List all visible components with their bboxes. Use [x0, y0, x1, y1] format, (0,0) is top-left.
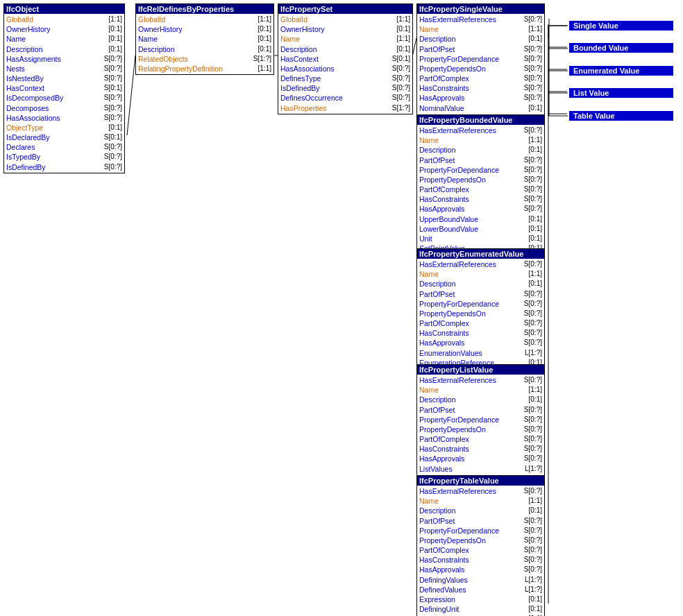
attr-cardinality: S[0:?]	[524, 204, 542, 214]
attr-cardinality: [0:1]	[258, 34, 271, 44]
attr-cardinality: S[0:?]	[392, 64, 410, 74]
attr-name: HasExternalReferences	[419, 15, 496, 24]
attr-name: HasProperties	[280, 103, 327, 113]
attr-cardinality: S[0:?]	[524, 425, 542, 434]
attr-name: HasApprovals	[419, 93, 464, 103]
attr-cardinality: S[0:1]	[104, 132, 122, 142]
table-row: PartOfPsetS[0:?]	[419, 289, 542, 299]
table-row: ObjectType[0:1]	[6, 123, 122, 132]
table-row: ListValuesL[1:?]	[419, 464, 542, 474]
uml-header-ifcObject: IfcObject	[4, 4, 124, 14]
attr-name: PropertyForDependance	[419, 415, 499, 425]
attr-name: HasExternalReferences	[419, 486, 496, 496]
table-row: PartOfComplexS[0:?]	[419, 545, 542, 555]
attr-name: PropertyDependsOn	[419, 536, 486, 545]
attr-cardinality: S[0:?]	[524, 375, 542, 385]
attr-cardinality: S[0:?]	[104, 74, 122, 83]
attr-name: IsDefinedBy	[280, 83, 320, 93]
table-row: Unit[0:1]	[419, 234, 542, 243]
attr-name: Name	[6, 34, 26, 44]
attr-cardinality: S[0:?]	[524, 536, 542, 545]
attr-name: PropertyDependsOn	[419, 425, 486, 434]
table-row: PartOfComplexS[0:?]	[419, 318, 542, 328]
attr-name: HasAssociations	[6, 113, 60, 123]
table-row: IsDeclaredByS[0:1]	[6, 132, 122, 142]
table-row: Name[1:1]	[419, 24, 542, 34]
table-row: IsDefinedByS[0:?]	[6, 162, 122, 172]
table-row: HasAssociationsS[0:?]	[280, 64, 410, 74]
attr-cardinality: S[0:?]	[524, 444, 542, 454]
attr-cardinality: S[0:?]	[524, 74, 542, 83]
uml-box-ifcPropertySet: IfcPropertySetGlobalId[1:1]OwnerHistory[…	[278, 3, 413, 114]
table-row: IsNestedByS[0:?]	[6, 74, 122, 83]
attr-name: HasApprovals	[419, 338, 464, 348]
uml-header-ifcPropertyEnumeratedValue: IfcPropertyEnumeratedValue	[417, 249, 544, 259]
attr-cardinality: S[0:?]	[524, 259, 542, 269]
attr-cardinality: S[0:?]	[524, 526, 542, 536]
attr-name: HasApprovals	[419, 565, 464, 574]
attr-cardinality: S[0:?]	[524, 93, 542, 103]
attr-cardinality: L[1:?]	[525, 585, 542, 594]
table-row: HasPropertiesS[1:?]	[280, 103, 410, 113]
table-row: UpperBoundValue[0:1]	[419, 214, 542, 224]
attr-name: Name	[419, 24, 439, 34]
attr-name: HasConstraints	[419, 328, 469, 338]
attr-name: HasContext	[6, 83, 44, 93]
table-row: PartOfComplexS[0:?]	[419, 434, 542, 444]
attr-cardinality: S[0:?]	[524, 155, 542, 165]
attr-cardinality: S[0:?]	[524, 309, 542, 318]
label-3: List Value	[569, 88, 673, 98]
attr-name: HasConstraints	[419, 194, 469, 204]
uml-header-ifcPropertyTableValue: IfcPropertyTableValue	[417, 476, 544, 486]
table-row: GlobalId[1:1]	[138, 15, 271, 24]
table-row: RelatingPropertyDefinition[1:1]	[138, 64, 271, 74]
attr-name: GlobalId	[138, 15, 165, 24]
attr-cardinality: L[1:?]	[525, 348, 542, 358]
attr-name: HasApprovals	[419, 204, 464, 214]
attr-cardinality: L[1:?]	[525, 464, 542, 474]
attr-name: PartOfPset	[419, 516, 455, 526]
attr-name: RelatedObjects	[138, 54, 188, 64]
attr-name: Expression	[419, 594, 455, 604]
table-row: Name[1:1]	[419, 385, 542, 395]
attr-name: PartOfPset	[419, 155, 455, 165]
attr-cardinality: S[0:?]	[104, 64, 122, 74]
attr-cardinality: S[0:?]	[392, 83, 410, 93]
attr-name: DefiningValues	[419, 575, 468, 585]
attr-name: ListValues	[419, 464, 453, 474]
attr-name: Name	[419, 496, 439, 506]
uml-body-ifcPropertySet: GlobalId[1:1]OwnerHistory[0:1]Name[1:1]D…	[278, 14, 412, 114]
attr-cardinality: [1:1]	[397, 15, 410, 24]
table-row: HasExternalReferencesS[0:?]	[419, 375, 542, 385]
attr-name: Declares	[6, 142, 35, 152]
attr-name: IsNestedBy	[6, 74, 44, 83]
attr-cardinality: [0:1]	[258, 44, 271, 54]
table-row: PartOfPsetS[0:?]	[419, 155, 542, 165]
table-row: PropertyDependsOnS[0:?]	[419, 536, 542, 545]
table-row: PropertyForDependanceS[0:?]	[419, 415, 542, 425]
attr-cardinality: [0:1]	[529, 604, 542, 614]
attr-cardinality: S[0:?]	[524, 486, 542, 496]
table-row: Description[0:1]	[419, 279, 542, 289]
table-row: IsTypedByS[0:?]	[6, 152, 122, 162]
attr-name: DefinesType	[280, 74, 321, 83]
attr-name: GlobalId	[6, 15, 33, 24]
uml-header-ifcPropertySet: IfcPropertySet	[278, 4, 412, 14]
attr-cardinality: S[0:?]	[104, 152, 122, 162]
table-row: Name[1:1]	[419, 135, 542, 145]
attr-name: Description	[280, 44, 317, 54]
table-row: HasConstraintsS[0:?]	[419, 194, 542, 204]
table-row: HasExternalReferencesS[0:?]	[419, 486, 542, 496]
table-row: DeclaresS[0:?]	[6, 142, 122, 152]
attr-name: OwnerHistory	[280, 24, 325, 34]
attr-name: PartOfComplex	[419, 185, 469, 194]
attr-cardinality: L[1:?]	[525, 575, 542, 585]
attr-cardinality: [0:1]	[397, 24, 410, 34]
uml-body-ifcRelDefinesByProperties: GlobalId[1:1]OwnerHistory[0:1]Name[0:1]D…	[136, 14, 273, 74]
attr-cardinality: S[0:1]	[104, 83, 122, 93]
table-row: OwnerHistory[0:1]	[280, 24, 410, 34]
table-row: Description[0:1]	[419, 395, 542, 404]
attr-name: GlobalId	[280, 15, 307, 24]
attr-name: PropertyDependsOn	[419, 309, 486, 318]
attr-name: HasAssociations	[280, 64, 335, 74]
